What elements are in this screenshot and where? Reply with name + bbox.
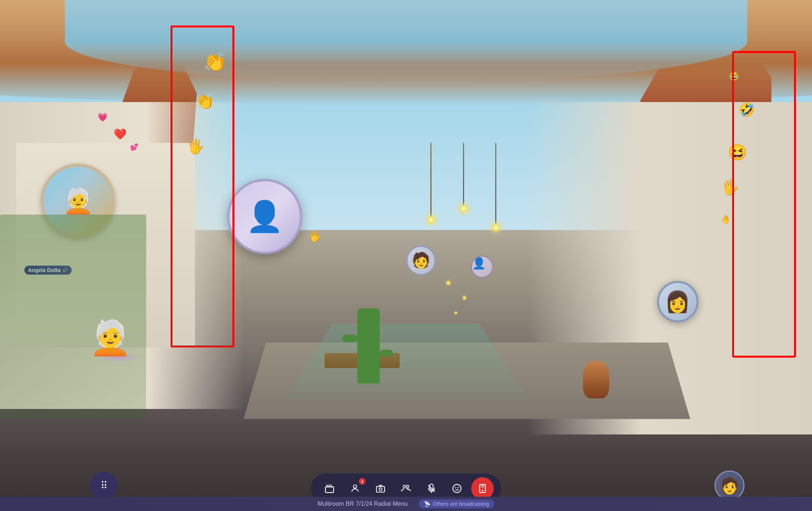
small-avatar-center: 🧑 [406,245,436,275]
main-avatar-circle: 👤 [227,179,302,254]
svg-point-12 [482,490,483,491]
svg-point-5 [406,485,409,488]
broadcast-icon [478,484,487,493]
svg-point-10 [458,487,458,488]
hanging-light-1 [430,143,431,218]
emoji-button[interactable] [446,477,468,500]
hanging-light-3 [495,143,496,225]
light-bulb-2 [460,205,467,212]
user-avatar-button[interactable]: 🧑 [715,470,745,500]
svg-point-4 [403,485,406,488]
people-button[interactable] [395,477,417,500]
light-dot-3 [455,312,457,314]
camera-icon [376,484,385,493]
hanging-light-2 [463,143,464,207]
small-avatar-right-center: 👤 [471,255,493,278]
mute-icon [427,484,436,493]
person-button[interactable]: 1 [344,477,366,500]
notification-badge: 1 [359,478,366,485]
user-avatar-icon: 🧑 [720,476,739,495]
broadcast-status-bar: Multiroom BR 7/1/24 Radial Menu 📡 Others… [0,497,812,511]
svg-rect-0 [325,487,334,493]
people-icon [401,484,411,493]
room-label: Multiroom BR 7/1/24 Radial Menu [318,500,407,507]
clapperboard-button[interactable] [318,477,341,500]
light-dot-2 [463,296,466,299]
broadcast-button[interactable] [471,477,494,500]
svg-point-9 [455,487,456,488]
clapperboard-icon [325,484,334,493]
cactus-main [357,308,380,383]
svg-point-8 [453,484,461,493]
svg-point-3 [379,488,382,491]
avatar-character-ground: 🧑‍🦳 [89,318,131,358]
main-avatar-icon: 👤 [246,199,283,234]
svg-rect-2 [376,487,385,492]
garden-plants-left [0,215,146,419]
camera-button[interactable] [369,477,392,500]
broadcasting-text: Others are broadcasting [433,501,489,507]
person-icon [350,484,360,493]
svg-point-1 [354,485,357,488]
ceiling-inner [65,0,747,83]
mute-button[interactable] [420,477,443,500]
decorative-vase [583,361,609,398]
broadcasting-badge[interactable]: 📡 Others are broadcasting [419,499,494,508]
broadcast-icon: 📡 [424,501,430,507]
right-avatar-circle: 👩 [657,281,698,322]
emoji-icon [452,484,462,493]
